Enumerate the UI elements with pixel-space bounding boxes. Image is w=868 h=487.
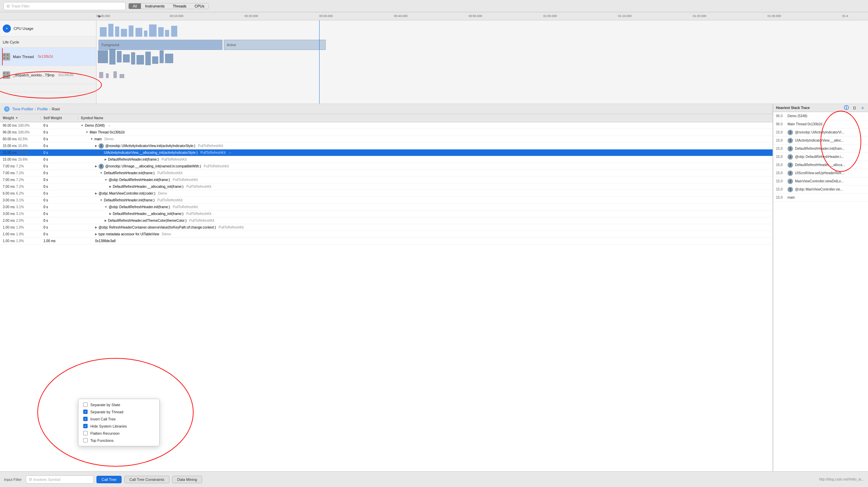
- track-cpu-usage[interactable]: ● CPU Usage: [0, 20, 96, 37]
- involves-symbol-input[interactable]: ⊙ Involves Symbol: [26, 475, 94, 484]
- seg-instruments[interactable]: Instruments: [141, 3, 168, 9]
- tick-6: 01:00.000: [543, 14, 557, 18]
- expand-triangle[interactable]: ▶: [95, 192, 97, 195]
- expand-triangle[interactable]: ▶: [95, 226, 97, 229]
- tick-9: 01:30.000: [767, 14, 781, 18]
- dropdown-item[interactable]: Separate by State: [78, 401, 159, 408]
- table-row[interactable]: 1.00 ms1.0%0 s▶@objc RefreshHeaderContai…: [0, 224, 773, 231]
- seg-cpus[interactable]: CPUs: [191, 3, 209, 9]
- table-row[interactable]: 1.00 ms1.0%1.00 ms0x1388de3a8: [0, 238, 773, 245]
- table-row[interactable]: 60.00 ms62.5%0 s▼mainDemo: [0, 136, 773, 143]
- svg-rect-2: [115, 26, 119, 37]
- breadcrumb-profile[interactable]: Profile: [37, 107, 48, 111]
- table-row[interactable]: 7.00 ms7.2%0 s▼DefaultRefreshHeader.init…: [0, 170, 773, 177]
- expand-triangle[interactable]: ▶: [105, 219, 107, 222]
- cell-self-weight: 0 s: [41, 226, 78, 229]
- table-row[interactable]: 3.00 ms3.1%0 s▼@objc DefaultRefreshHeade…: [0, 204, 773, 211]
- symbol-name: DefaultRefreshHeader.init(frame:): [104, 171, 155, 175]
- cell-symbol: ▶DefaultRefreshHeader.init(frame:)PullTo…: [78, 158, 773, 161]
- track-filter-input[interactable]: ⊙ Track Filter: [3, 2, 126, 10]
- dropdown-item[interactable]: ✓Separate by Thread: [78, 408, 159, 415]
- svg-rect-19: [160, 50, 164, 63]
- tick-3: 00:30.000: [319, 14, 333, 18]
- stack-row[interactable]: 15.0👤@objc MainViewController.vie...: [773, 185, 868, 194]
- track-lifecycle[interactable]: Life Cycle: [0, 37, 96, 48]
- expand-triangle[interactable]: ▼: [81, 124, 84, 127]
- search-icon-bottom: ⊙: [29, 477, 32, 482]
- list-icon[interactable]: ≡: [860, 105, 865, 111]
- dropdown-item[interactable]: Flatten Recursion: [78, 430, 159, 437]
- stack-symbol: DefaultRefreshHeader.init(fram...: [795, 147, 865, 150]
- track-extra: [0, 84, 96, 92]
- stack-row[interactable]: 15.0👤DefaultRefreshHeader.__alloca...: [773, 161, 868, 169]
- tab-call-tree[interactable]: Call Tree: [96, 476, 122, 483]
- checkbox[interactable]: [83, 402, 88, 407]
- table-row[interactable]: 1.00 ms1.0%0 s▶type metadata accessor fo…: [0, 231, 773, 238]
- breadcrumb-time-profiler[interactable]: Time Profiler: [12, 107, 33, 111]
- stack-weight: 96.0: [776, 122, 785, 126]
- doc-icon[interactable]: 🗋: [852, 105, 857, 111]
- table-row[interactable]: 7.00 ms7.2%0 s▶👤@nonobjc UIImage.__alloc…: [0, 163, 773, 170]
- stack-row[interactable]: 15.0👤UIActivityIndicatorView.__alloc...: [773, 137, 868, 145]
- expand-triangle[interactable]: ▶: [109, 185, 111, 188]
- cell-self-weight: 0 s: [41, 185, 78, 188]
- stack-row[interactable]: 15.0👤MainViewController.viewDidLo...: [773, 177, 868, 185]
- dropdown-item[interactable]: Top Functions: [78, 437, 159, 444]
- track-main-thread[interactable]: Main Thread 0x130b2d: [0, 48, 96, 66]
- info-icon[interactable]: ⓘ: [844, 105, 849, 111]
- stack-row[interactable]: 15.0main: [773, 194, 868, 202]
- expand-triangle[interactable]: ▼: [90, 138, 93, 141]
- thread-icon-dispatch: [3, 71, 10, 79]
- expand-triangle[interactable]: ▼: [100, 172, 103, 175]
- tab-call-tree-constraints[interactable]: Call Tree Constraints: [124, 476, 169, 483]
- main-thread-label: Main Thread: [13, 55, 34, 59]
- table-row[interactable]: 7.00 ms7.2%0 s▼@objc DefaultRefreshHeade…: [0, 177, 773, 183]
- jump-arrow[interactable]: →: [107, 124, 111, 127]
- expand-triangle[interactable]: ▼: [100, 151, 103, 154]
- expand-triangle[interactable]: ▼: [105, 205, 107, 209]
- expand-triangle[interactable]: ▼: [105, 178, 107, 181]
- seg-all[interactable]: All: [129, 3, 141, 9]
- table-row[interactable]: 7.00 ms7.2%0 s▶DefaultRefreshHeader.__al…: [0, 183, 773, 190]
- stack-row[interactable]: 15.0👤DefaultRefreshHeader.init(fram...: [773, 145, 868, 153]
- th-selfweight[interactable]: Self Weight: [41, 116, 78, 120]
- table-row[interactable]: 15.00 ms15.6%0 s▶DefaultRefreshHeader.in…: [0, 156, 773, 163]
- table-row[interactable]: 3.00 ms3.1%0 s▼DefaultRefreshHeader.init…: [0, 197, 773, 204]
- dropdown-item[interactable]: ✓Hide System Libraries: [78, 422, 159, 430]
- svg-rect-13: [117, 51, 122, 62]
- lifecycle-label: Life Cycle: [3, 40, 19, 44]
- svg-rect-0: [100, 27, 107, 37]
- th-weight[interactable]: Weight ▼: [0, 116, 41, 120]
- track-dispatch[interactable]: _dispatch_worklo...T$mp 0x130b3b: [0, 66, 96, 84]
- table-row[interactable]: 96.00 ms100.0%0 s▼Demo (5348)→: [0, 122, 773, 129]
- table-row[interactable]: 6.00 ms6.2%0 s▶@objc MainViewController.…: [0, 190, 773, 197]
- th-symbol[interactable]: Symbol Name: [78, 116, 773, 120]
- checkbox[interactable]: [83, 438, 88, 443]
- checkbox[interactable]: [83, 431, 88, 435]
- expand-triangle[interactable]: ▶: [95, 165, 97, 168]
- stack-row[interactable]: 15.0👤@nonobjc UIActivityIndicatorVi...: [773, 128, 868, 137]
- stack-row[interactable]: 96.0Demo (5348): [773, 112, 868, 120]
- svg-rect-9: [165, 30, 169, 37]
- stack-row[interactable]: 96.0Main Thread 0x130b2d: [773, 120, 868, 128]
- table-row[interactable]: 96.00 ms100.0%0 s▼Main Thread 0x130b2d: [0, 129, 773, 136]
- expand-triangle[interactable]: ▶: [95, 233, 97, 236]
- expand-triangle[interactable]: ▼: [86, 131, 88, 134]
- table-row[interactable]: 15.00 ms15.6%0 s▼UIActivityIndicatorView…: [0, 149, 773, 156]
- stack-row[interactable]: 15.0👤UIScrollView.setUpHeaderRefr...: [773, 169, 868, 177]
- table-row[interactable]: 15.00 ms15.6%0 s▶👤@nonobjc UIActivityInd…: [0, 143, 773, 149]
- seg-threads[interactable]: Threads: [169, 3, 191, 9]
- table-row[interactable]: 2.00 ms2.0%0 s▶DefaultRefreshHeader.setT…: [0, 217, 773, 224]
- dropdown-item[interactable]: ✓Invert Call Tree: [78, 415, 159, 422]
- expand-triangle[interactable]: ▶: [105, 158, 107, 161]
- jump-arrow[interactable]: →: [228, 151, 232, 155]
- stack-row[interactable]: 15.0👤@objc DefaultRefreshHeader.i...: [773, 153, 868, 161]
- table-row[interactable]: 3.00 ms3.1%0 s▶DefaultRefreshHeader.__al…: [0, 211, 773, 217]
- expand-triangle[interactable]: ▶: [95, 144, 97, 147]
- checkbox[interactable]: ✓: [83, 417, 88, 421]
- checkbox[interactable]: ✓: [83, 410, 88, 414]
- expand-triangle[interactable]: ▶: [109, 212, 111, 215]
- expand-triangle[interactable]: ▼: [100, 199, 103, 202]
- tab-data-mining[interactable]: Data Mining: [172, 476, 202, 483]
- checkbox[interactable]: ✓: [83, 424, 88, 428]
